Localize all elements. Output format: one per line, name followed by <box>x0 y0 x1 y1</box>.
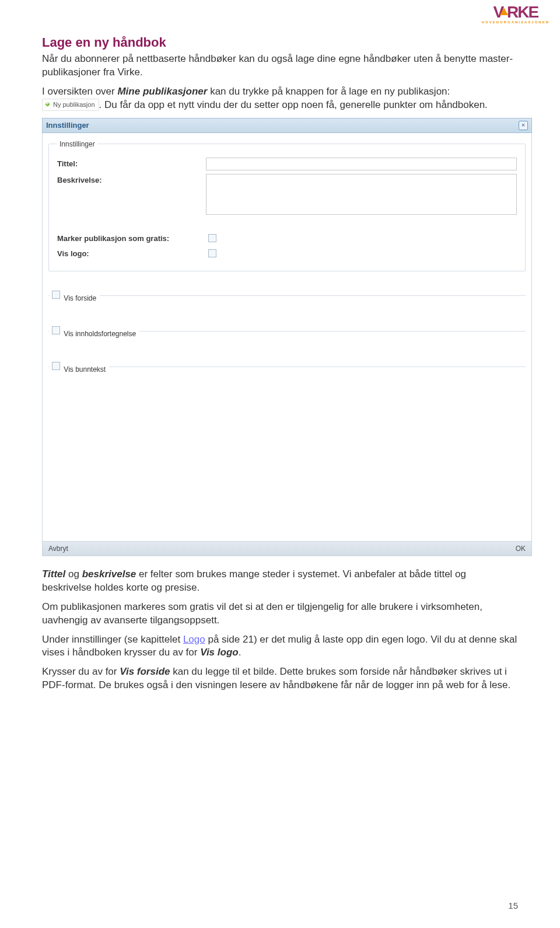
brand-wordmark: VRKE <box>482 5 550 19</box>
settings-dialog: Innstillinger × Innstillinger Tittel: Be… <box>42 118 532 556</box>
description-label: Beskrivelse: <box>57 174 206 184</box>
cancel-button[interactable]: Avbryt <box>48 545 68 553</box>
intro-paragraph-2: I oversikten over Mine publikasjoner kan… <box>42 85 518 112</box>
tittel-beskrivelse-paragraph: Tittel og beskrivelse er felter som bruk… <box>42 568 518 595</box>
show-cover-checkbox[interactable] <box>52 291 60 299</box>
logo-paragraph: Under innstillinger (se kapittelet Logo … <box>42 633 518 660</box>
show-footer-label: Vis bunntekst <box>64 365 106 374</box>
dialog-titlebar: Innstillinger × <box>42 118 532 133</box>
page-number: 15 <box>508 901 518 910</box>
dialog-footer: Avbryt OK <box>42 542 532 556</box>
forside-paragraph: Krysser du av for Vis forside kan du leg… <box>42 665 518 692</box>
new-publication-button[interactable]: Ny publikasjon <box>42 99 99 111</box>
show-toc-checkbox[interactable] <box>52 326 60 334</box>
mine-publikasjoner-term: Mine publikasjoner <box>117 86 207 97</box>
free-label: Marker publikasjon som gratis: <box>57 232 206 243</box>
title-label: Tittel: <box>57 158 206 168</box>
show-cover-fieldset: Vis forside <box>48 289 526 314</box>
logo-label: Vis logo: <box>57 247 206 258</box>
show-toc-label: Vis innholdsfortegnelse <box>64 330 136 338</box>
gratis-paragraph: Om publikasjonen markeres som gratis vil… <box>42 601 518 627</box>
description-textarea[interactable] <box>206 174 517 215</box>
logo-chapter-link[interactable]: Logo <box>183 634 205 645</box>
brand-tagline: HOVEDORGANISASJONEN <box>482 20 550 24</box>
brand-logo: VRKE HOVEDORGANISASJONEN <box>482 5 550 24</box>
free-checkbox[interactable] <box>208 234 216 242</box>
intro-paragraph-1: Når du abonnerer på nettbaserte håndbøke… <box>42 53 518 79</box>
settings-legend: Innstillinger <box>57 140 97 148</box>
show-toc-fieldset: Vis innholdsfortegnelse <box>48 325 526 350</box>
settings-fieldset: Innstillinger Tittel: Beskrivelse: Marke… <box>48 140 526 271</box>
show-logo-checkbox[interactable] <box>208 249 216 257</box>
show-footer-fieldset: Vis bunntekst <box>48 360 526 385</box>
page-heading: Lage en ny håndbok <box>42 35 518 50</box>
title-input[interactable] <box>206 158 517 170</box>
ok-button[interactable]: OK <box>516 545 526 553</box>
show-footer-checkbox[interactable] <box>52 362 60 370</box>
close-icon[interactable]: × <box>519 121 528 130</box>
dialog-title: Innstillinger <box>46 121 89 130</box>
show-cover-label: Vis forside <box>64 294 96 302</box>
